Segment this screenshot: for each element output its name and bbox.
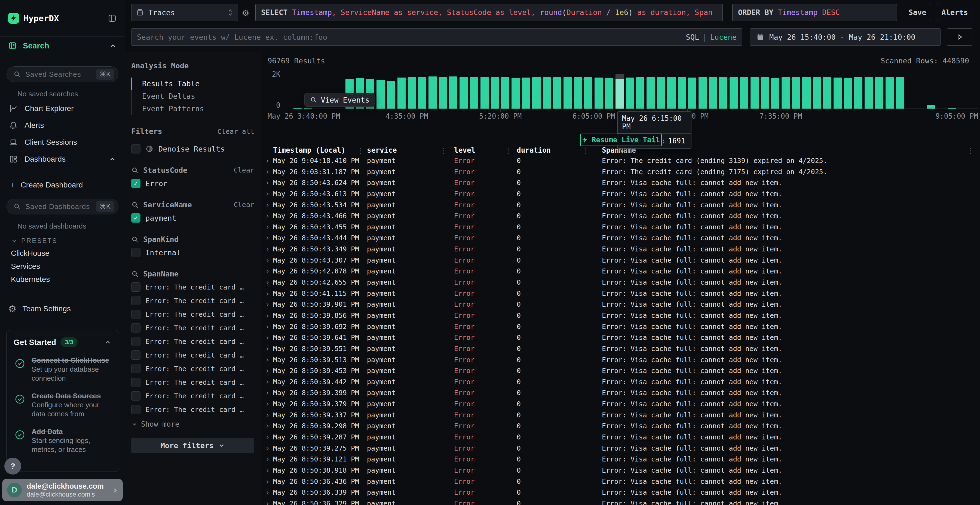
table-row[interactable]: ›May 26 8:50:43.307 PMpaymentError0Error… — [261, 255, 980, 266]
show-more-link[interactable]: Show more — [131, 420, 254, 428]
resume-live-tail-button[interactable]: Resume Live Tail — [580, 133, 662, 146]
save-button[interactable]: Save — [904, 4, 931, 21]
column-resize-handle[interactable]: ⋮ — [505, 146, 512, 156]
view-events-button[interactable]: View Events — [304, 93, 375, 106]
histogram-bar[interactable] — [501, 77, 509, 108]
histogram-bar[interactable] — [418, 77, 426, 108]
sidebar-item-alerts[interactable]: Alerts — [6, 118, 118, 133]
filter-option[interactable]: Internal — [131, 248, 254, 257]
analysis-mode-event-deltas[interactable]: Event Deltas — [131, 90, 254, 103]
user-account-chip[interactable]: D dale@clickhouse.com dale@clickhouse.co… — [2, 479, 123, 501]
filter-checkbox[interactable] — [131, 337, 140, 346]
filter-option[interactable]: Error: The credit card … — [131, 296, 254, 305]
histogram-bar[interactable] — [428, 76, 437, 108]
table-row[interactable]: ›May 26 8:50:42.655 PMpaymentError0Error… — [261, 277, 980, 288]
histogram-bar[interactable] — [512, 78, 520, 108]
histogram-bar[interactable] — [605, 78, 613, 108]
table-row[interactable]: ›May 26 9:04:18.410 PMpaymentError0Error… — [261, 156, 980, 167]
filter-option[interactable]: Error: The credit card … — [131, 337, 254, 346]
filter-option[interactable]: Error: The credit card … — [131, 283, 254, 292]
filter-checkbox[interactable] — [131, 405, 140, 414]
table-row[interactable]: ›May 26 8:50:42.878 PMpaymentError0Error… — [261, 266, 980, 277]
histogram-bar[interactable] — [761, 77, 769, 108]
column-resize-handle[interactable]: ⋮ — [440, 146, 447, 156]
histogram-bar[interactable] — [480, 77, 488, 108]
histogram-bar[interactable] — [927, 105, 935, 108]
clear-all-link[interactable]: Clear all — [218, 128, 254, 135]
table-options-icon[interactable]: ⋮ — [967, 146, 974, 156]
histogram-bar[interactable] — [584, 77, 592, 108]
histogram-bar[interactable] — [781, 77, 790, 108]
analysis-mode-results-table[interactable]: Results Table — [131, 78, 254, 90]
table-row[interactable]: ›May 26 8:50:43.455 PMpaymentError0Error… — [261, 222, 980, 233]
histogram-bar[interactable] — [491, 77, 499, 108]
table-row[interactable]: ›May 26 8:50:39.453 PMpaymentError0Error… — [261, 365, 980, 376]
histogram-bar[interactable] — [844, 78, 852, 108]
table-row[interactable]: ›May 26 8:50:39.287 PMpaymentError0Error… — [261, 432, 980, 443]
histogram-bar[interactable] — [522, 78, 530, 108]
chevron-up-icon[interactable] — [104, 338, 111, 346]
histogram-bar[interactable] — [377, 80, 385, 108]
histogram-bar[interactable] — [813, 77, 821, 108]
table-row[interactable]: ›May 26 8:50:36.329 PMpaymentError0Error… — [261, 498, 980, 505]
sidebar-item-team-settings[interactable]: ⚙ Team Settings — [6, 301, 118, 316]
histogram-bar[interactable] — [449, 76, 457, 108]
table-row[interactable]: ›May 26 8:50:43.444 PMpaymentError0Error… — [261, 233, 980, 244]
filter-checkbox[interactable]: ✓ — [131, 213, 140, 222]
table-row[interactable]: ›May 26 8:50:39.298 PMpaymentError0Error… — [261, 421, 980, 432]
histogram-bar[interactable] — [698, 77, 707, 108]
table-row[interactable]: ›May 26 8:50:43.349 PMpaymentError0Error… — [261, 244, 980, 255]
histogram-bar[interactable] — [740, 77, 748, 108]
filter-option[interactable]: Error: The credit card … — [131, 405, 254, 414]
histogram-bar[interactable] — [657, 77, 665, 108]
table-row[interactable]: ›May 26 9:03:31.187 PMpaymentError0Error… — [261, 167, 980, 178]
clear-link[interactable]: Clear — [234, 166, 254, 174]
histogram-bar[interactable] — [823, 77, 831, 108]
lang-toggle-lucene[interactable]: Lucene — [710, 33, 737, 41]
table-row[interactable]: ›May 26 8:50:39.901 PMpaymentError0Error… — [261, 299, 980, 310]
histogram-bar[interactable] — [304, 108, 312, 108]
filter-checkbox[interactable] — [131, 391, 140, 400]
more-filters-button[interactable]: More filters — [131, 438, 254, 453]
filter-checkbox[interactable] — [131, 283, 140, 292]
source-select[interactable]: Traces — [131, 4, 238, 21]
filter-checkbox[interactable] — [131, 310, 140, 319]
histogram-bar[interactable] — [398, 78, 406, 108]
histogram-bar[interactable] — [387, 81, 395, 108]
histogram-bar[interactable] — [408, 77, 416, 108]
sidebar-item-chart-explorer[interactable]: Chart Explorer — [6, 101, 118, 116]
filter-checkbox[interactable] — [131, 351, 140, 360]
sidebar-item-dashboards[interactable]: Dashboards — [6, 152, 118, 167]
table-row[interactable]: ›May 26 8:50:39.337 PMpaymentError0Error… — [261, 410, 980, 421]
histogram-bar[interactable] — [667, 77, 675, 108]
sidebar-item-services[interactable]: Services — [6, 260, 118, 273]
lang-toggle-sql[interactable]: SQL — [686, 33, 699, 41]
col-header-service[interactable]: service — [360, 145, 442, 156]
filter-option[interactable]: ✓Error — [131, 179, 254, 188]
histogram-bar[interactable] — [470, 77, 478, 108]
column-resize-handle[interactable]: ⋮ — [582, 146, 589, 156]
histogram-bar[interactable] — [626, 78, 634, 108]
create-dashboard-button[interactable]: + Create Dashboard — [6, 178, 118, 193]
col-header-level[interactable]: level — [442, 145, 507, 156]
search-input[interactable] — [137, 33, 682, 41]
filter-checkbox[interactable] — [131, 296, 140, 305]
histogram-bar[interactable] — [896, 77, 904, 108]
get-started-item[interactable]: Add DataStart sending logs, metrics, or … — [14, 427, 111, 454]
filter-option[interactable]: Error: The credit card … — [131, 310, 254, 319]
histogram-bar[interactable] — [688, 78, 696, 108]
table-row[interactable]: ›May 26 8:50:39.692 PMpaymentError0Error… — [261, 321, 980, 332]
table-row[interactable]: ›May 26 8:50:43.466 PMpaymentError0Error… — [261, 211, 980, 222]
histogram-bar[interactable] — [595, 78, 603, 108]
column-resize-handle[interactable]: ⋮ — [357, 146, 364, 156]
chevron-up-icon[interactable] — [109, 156, 116, 163]
get-started-item[interactable]: Create Data SourcesConfigure where your … — [14, 392, 111, 418]
chevron-up-icon[interactable] — [109, 42, 117, 49]
clear-link[interactable]: Clear — [234, 201, 254, 209]
histogram-bar[interactable] — [875, 77, 883, 108]
histogram-bar[interactable] — [563, 77, 572, 108]
denoise-checkbox[interactable] — [131, 144, 140, 154]
table-row[interactable]: ›May 26 8:50:39.551 PMpaymentError0Error… — [261, 343, 980, 354]
histogram-bar[interactable] — [543, 77, 551, 108]
col-header-timestamp[interactable]: Timestamp (Local) — [273, 145, 360, 156]
